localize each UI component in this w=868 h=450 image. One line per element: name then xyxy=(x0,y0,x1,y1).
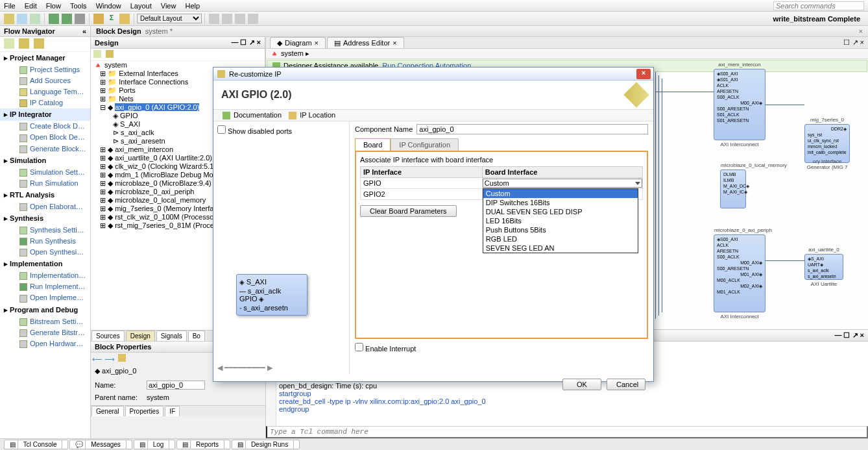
dd-opt-7seg[interactable]: SEVEN SEG LED AN xyxy=(483,244,638,253)
nav-sim-settings[interactable]: Simulation Settings xyxy=(0,167,90,178)
dd-opt-rgb[interactable]: RGB LED xyxy=(483,234,638,244)
blk-name-input[interactable] xyxy=(147,381,205,390)
dd-opt-custom[interactable]: Custom xyxy=(483,189,638,198)
layout-select[interactable]: Default Layout xyxy=(137,14,202,23)
sigma-icon[interactable]: Σ xyxy=(106,14,117,24)
clear-board-params-button[interactable]: Clear Board Parameters xyxy=(360,205,457,217)
nav-ip-integrator[interactable]: ▸ IP Integrator xyxy=(0,108,90,121)
t3-icon[interactable] xyxy=(235,14,245,24)
nav-open-hw[interactable]: Open Hardware Manager xyxy=(0,338,90,349)
tab-addr[interactable]: ▤ Address Editor × xyxy=(327,37,404,48)
nav-pm[interactable]: ▸ Project Manager xyxy=(0,52,90,64)
ok-button[interactable]: OK xyxy=(562,379,601,390)
src-exp-icon[interactable] xyxy=(106,50,114,58)
tab-board[interactable]: Board xyxy=(355,138,391,151)
dd-opt-led[interactable]: LED 16Bits xyxy=(483,216,638,225)
modal-close-icon[interactable]: × xyxy=(636,69,651,79)
dd-opt-dip[interactable]: DIP Switches 16Bits xyxy=(483,198,638,207)
run2-icon[interactable] xyxy=(62,14,72,24)
btab-rep[interactable]: ▤ Reports xyxy=(176,440,230,449)
t4-icon[interactable] xyxy=(248,14,258,24)
blk-tab-ip[interactable]: IF xyxy=(165,406,180,416)
tab-close-icon[interactable]: × xyxy=(392,39,396,47)
nav-gen-bit[interactable]: Generate Bitstream xyxy=(0,327,90,338)
bd-close-icon[interactable]: × xyxy=(859,27,863,35)
blk-tool-icon[interactable] xyxy=(118,354,126,362)
doc-link[interactable]: Documentation xyxy=(234,111,282,119)
nav-open-imp[interactable]: Open Implemented Design xyxy=(0,292,90,303)
nav-zoom-icon[interactable] xyxy=(4,38,14,49)
blk-nav-fwd-icon[interactable]: ⟶ xyxy=(104,355,115,363)
comp-name-input[interactable] xyxy=(416,124,648,134)
show-disabled-check[interactable]: Show disabled ports xyxy=(217,127,292,135)
dg-local-mem[interactable]: microblaze_0_local_memory DLMBILMBM_AXI_… xyxy=(720,169,746,208)
stop-icon[interactable] xyxy=(75,14,85,24)
menu-file[interactable]: File xyxy=(4,2,16,10)
menu-tools[interactable]: Tools xyxy=(70,2,87,10)
nav-open-elab[interactable]: Open Elaborated Design xyxy=(0,201,90,212)
tab-ipconfig[interactable]: IP Configuration xyxy=(391,138,459,151)
nav-collapse-icon[interactable] xyxy=(34,38,44,49)
nav-bit-settings[interactable]: Bitstream Settings xyxy=(0,316,90,327)
cancel-button[interactable]: Cancel xyxy=(607,379,645,390)
board-interface-list[interactable]: Custom DIP Switches 16Bits DUAL SEVEN SE… xyxy=(483,188,638,253)
nav-run-imp[interactable]: Run Implementation xyxy=(0,281,90,292)
blk-nav-back-icon[interactable]: ⟵ xyxy=(92,355,102,363)
btab-log[interactable]: ▤ Log xyxy=(134,440,175,449)
menu-help[interactable]: Help xyxy=(185,2,200,10)
dd-opt-push[interactable]: Push Buttons 5Bits xyxy=(483,225,638,234)
tree-sel-axi-gpio[interactable]: axi_gpio_0 (AXI GPIO:2.0) xyxy=(115,103,199,111)
t1-icon[interactable] xyxy=(209,14,219,24)
dg-mig[interactable]: mig_7series_0 DDR2◈sys_rstui_clk_sync_rs… xyxy=(804,124,850,163)
run-icon[interactable] xyxy=(49,14,59,24)
dd-opt-dual7seg[interactable]: DUAL SEVEN SEG LED DISP xyxy=(483,207,638,216)
src-zoom-icon[interactable] xyxy=(93,50,101,58)
nav-syn-settings[interactable]: Synthesis Settings xyxy=(0,225,90,236)
nav-run-sim[interactable]: Run Simulation xyxy=(0,178,90,189)
nav-lang-templates[interactable]: Language Templates xyxy=(0,86,90,97)
nav-rtl[interactable]: ▸ RTL Analysis xyxy=(0,189,90,201)
menu-layout[interactable]: Layout xyxy=(130,2,152,10)
nav-pd[interactable]: ▸ Program and Debug xyxy=(0,304,90,316)
btab-dr[interactable]: ▤ Design Runs xyxy=(232,440,300,449)
btab-tcl[interactable]: ▤ Tcl Console xyxy=(4,440,68,449)
new-icon[interactable] xyxy=(4,14,14,24)
nav-ip-catalog[interactable]: IP Catalog xyxy=(0,97,90,108)
board-interface-dropdown[interactable]: Custom xyxy=(483,179,642,188)
src-tab-signals[interactable]: Signals xyxy=(156,331,187,341)
save-icon[interactable] xyxy=(30,14,40,24)
tool-icon[interactable] xyxy=(119,14,130,24)
btab-msg[interactable]: 💬 Messages xyxy=(69,440,132,449)
nav-sim[interactable]: ▸ Simulation xyxy=(0,155,90,167)
nav-syn[interactable]: ▸ Synthesis xyxy=(0,212,90,225)
enable-interrupt-check[interactable]: Enable Interrupt xyxy=(355,345,416,353)
nav-project-settings[interactable]: Project Settings xyxy=(0,64,90,75)
menu-edit[interactable]: Edit xyxy=(25,2,37,10)
blk-tab-props[interactable]: Properties xyxy=(125,406,164,416)
tab-close-icon[interactable]: × xyxy=(315,39,319,47)
nav-create-bd[interactable]: Create Block Design xyxy=(0,121,90,132)
nav-add-sources[interactable]: Add Sources xyxy=(0,75,90,86)
tcl-input[interactable] xyxy=(266,426,868,438)
nav-open-syn[interactable]: Open Synthesized Design xyxy=(0,247,90,258)
nav-imp[interactable]: ▸ Implementation xyxy=(0,258,90,270)
nav-imp-settings[interactable]: Implementation Settings xyxy=(0,270,90,281)
menu-flow[interactable]: Flow xyxy=(46,2,61,10)
nav-open-bd[interactable]: Open Block Design xyxy=(0,132,90,143)
t2-icon[interactable] xyxy=(222,14,232,24)
loc-link[interactable]: IP Location xyxy=(300,111,335,119)
src-tab-design[interactable]: Design xyxy=(126,331,155,341)
dg-uartlite[interactable]: axi_uartlite_0 ◈S_AXI UART◈s_axi_aclks_a… xyxy=(804,254,843,280)
src-tab-sources[interactable]: Sources xyxy=(91,331,125,341)
menu-window[interactable]: Window xyxy=(96,2,121,10)
refresh-icon[interactable] xyxy=(93,14,104,24)
src-tab-board[interactable]: Bo xyxy=(188,331,205,341)
dg-axi-mem-intercon[interactable]: axi_mem_intercon ◈S00_AXI◈S01_AXIACLKARE… xyxy=(714,69,766,140)
search-commands-input[interactable] xyxy=(773,1,864,10)
nav-gen-bd[interactable]: Generate Block Design xyxy=(0,144,90,155)
menu-view[interactable]: View xyxy=(161,2,176,10)
dg-axi-periph[interactable]: microblaze_0_axi_periph ◈S00_AXIACLKARES… xyxy=(714,234,766,312)
open-icon[interactable] xyxy=(17,14,27,24)
tab-diagram[interactable]: ◆ Diagram × xyxy=(270,37,326,48)
nav-expand-icon[interactable] xyxy=(19,38,29,49)
